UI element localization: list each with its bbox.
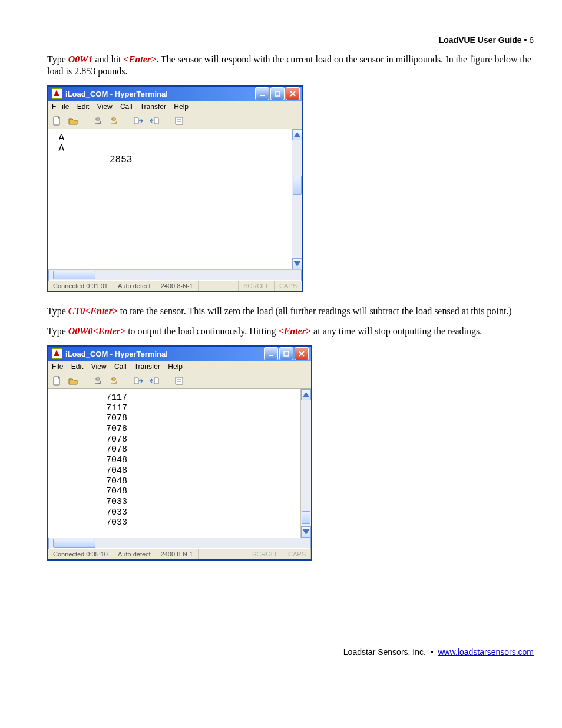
svg-rect-1 xyxy=(275,91,280,96)
svg-rect-25 xyxy=(176,377,183,384)
status-connection: Connected 0:01:01 xyxy=(48,281,113,291)
svg-marker-13 xyxy=(294,261,301,266)
page-header: LoadVUE User Guide • 6 xyxy=(47,35,534,45)
svg-rect-7 xyxy=(134,118,138,124)
command-o0w0: O0W0<Enter> xyxy=(68,326,125,336)
instruction-paragraph-2: Type CT0<Enter> to tare the sensor. This… xyxy=(47,305,534,317)
page-footer: Loadstar Sensors, Inc. • www.loadstarsen… xyxy=(343,647,534,657)
svg-rect-17 xyxy=(284,351,289,356)
menu-view[interactable]: View xyxy=(91,363,107,371)
hyperterminal-window-1: iLoad_COM - HyperTerminal File Edit View… xyxy=(47,85,303,292)
command-ct0: CT0<Enter> xyxy=(68,306,118,316)
app-icon xyxy=(52,348,62,359)
app-icon xyxy=(52,88,62,99)
menu-help[interactable]: Help xyxy=(168,363,183,371)
svg-rect-21 xyxy=(96,378,100,380)
menu-file[interactable]: File xyxy=(52,103,69,111)
receive-icon[interactable] xyxy=(149,116,160,126)
svg-rect-22 xyxy=(112,378,115,380)
scroll-right-icon[interactable] xyxy=(301,270,302,281)
status-bar: Connected 0:01:01 Auto detect 2400 8-N-1… xyxy=(48,280,302,291)
command-o0w1: O0W1 xyxy=(68,54,93,64)
disconnect-icon[interactable] xyxy=(108,116,119,126)
menu-transfer[interactable]: Transfer xyxy=(134,363,160,371)
window-title: iLoad_COM - HyperTerminal xyxy=(65,350,168,358)
page-number: 6 xyxy=(529,35,534,45)
send-icon[interactable] xyxy=(133,375,144,386)
open-icon[interactable] xyxy=(68,116,78,126)
company-url-link[interactable]: www.loadstarsensors.com xyxy=(438,647,534,657)
scroll-thumb[interactable] xyxy=(302,511,310,524)
new-icon[interactable] xyxy=(52,116,62,126)
menu-call[interactable]: Call xyxy=(114,363,127,371)
menu-bar: File Edit View Call Transfer Help xyxy=(48,361,311,373)
svg-marker-12 xyxy=(294,132,301,137)
status-protocol: 2400 8-N-1 xyxy=(156,281,199,291)
svg-rect-8 xyxy=(154,118,158,124)
vertical-scrollbar[interactable] xyxy=(292,129,302,269)
svg-marker-29 xyxy=(303,529,310,535)
minimize-button[interactable] xyxy=(264,347,278,360)
status-caps: CAPS xyxy=(283,549,311,559)
svg-rect-23 xyxy=(134,378,138,384)
hscroll-thumb[interactable] xyxy=(53,539,95,548)
status-protocol: 2400 8-N-1 xyxy=(156,549,199,559)
menu-view[interactable]: View xyxy=(97,103,113,111)
status-connection: Connected 0:05:10 xyxy=(48,549,113,559)
scroll-up-icon[interactable] xyxy=(292,129,302,140)
svg-rect-24 xyxy=(154,378,158,384)
scroll-right-icon[interactable] xyxy=(310,538,311,549)
properties-icon[interactable] xyxy=(174,375,184,386)
menu-bar: File Edit View Call Transfer Help xyxy=(48,101,302,113)
status-detect: Auto detect xyxy=(113,281,156,291)
menu-help[interactable]: Help xyxy=(174,103,189,111)
connect-icon[interactable] xyxy=(92,375,103,386)
hscroll-thumb[interactable] xyxy=(53,271,95,279)
svg-rect-5 xyxy=(96,118,100,120)
menu-file[interactable]: File xyxy=(52,363,63,371)
connect-icon[interactable] xyxy=(92,116,103,126)
guide-title: LoadVUE User Guide xyxy=(439,35,522,45)
disconnect-icon[interactable] xyxy=(108,375,119,386)
status-scroll: SCROLL xyxy=(247,549,283,559)
title-bar[interactable]: iLoad_COM - HyperTerminal xyxy=(48,347,311,361)
company-name: Loadstar Sensors, Inc. xyxy=(343,647,426,657)
horizontal-scrollbar[interactable] xyxy=(48,538,311,548)
window-title: iLoad_COM - HyperTerminal xyxy=(65,90,168,98)
scroll-down-icon[interactable] xyxy=(292,258,302,269)
open-icon[interactable] xyxy=(68,375,78,386)
menu-call[interactable]: Call xyxy=(120,103,133,111)
scroll-up-icon[interactable] xyxy=(301,389,311,400)
status-scroll: SCROLL xyxy=(239,281,275,291)
menu-edit[interactable]: Edit xyxy=(77,103,90,111)
toolbar xyxy=(48,373,311,389)
title-bar[interactable]: iLoad_COM - HyperTerminal xyxy=(48,87,302,101)
scroll-down-icon[interactable] xyxy=(301,526,311,538)
maximize-button[interactable] xyxy=(270,87,285,100)
terminal-output[interactable]: 7117 7117 7078 7078 7078 7078 7048 7048 … xyxy=(48,389,300,538)
send-icon[interactable] xyxy=(133,116,144,126)
new-icon[interactable] xyxy=(52,375,62,386)
status-detect: Auto detect xyxy=(113,549,156,559)
status-bar: Connected 0:05:10 Auto detect 2400 8-N-1… xyxy=(48,548,311,559)
receive-icon[interactable] xyxy=(149,375,160,386)
command-enter: <Enter> xyxy=(124,54,157,64)
close-button[interactable] xyxy=(286,87,300,100)
menu-edit[interactable]: Edit xyxy=(71,363,84,371)
minimize-button[interactable] xyxy=(255,87,269,100)
svg-rect-6 xyxy=(112,118,115,120)
header-rule xyxy=(47,50,534,50)
svg-marker-28 xyxy=(303,392,310,397)
svg-rect-9 xyxy=(176,117,183,124)
maximize-button[interactable] xyxy=(279,347,293,360)
instruction-paragraph-3: Type O0W0<Enter> to output the load cont… xyxy=(47,325,534,337)
close-button[interactable] xyxy=(295,347,309,360)
hyperterminal-window-2: iLoad_COM - HyperTerminal File Edit View… xyxy=(47,345,312,561)
properties-icon[interactable] xyxy=(174,116,184,126)
menu-transfer[interactable]: Transfer xyxy=(140,103,166,111)
horizontal-scrollbar[interactable] xyxy=(48,269,302,280)
scroll-thumb[interactable] xyxy=(293,176,302,195)
terminal-output[interactable]: A A 2853 xyxy=(48,129,292,269)
vertical-scrollbar[interactable] xyxy=(300,389,311,538)
command-enter-2: <Enter> xyxy=(279,326,312,336)
